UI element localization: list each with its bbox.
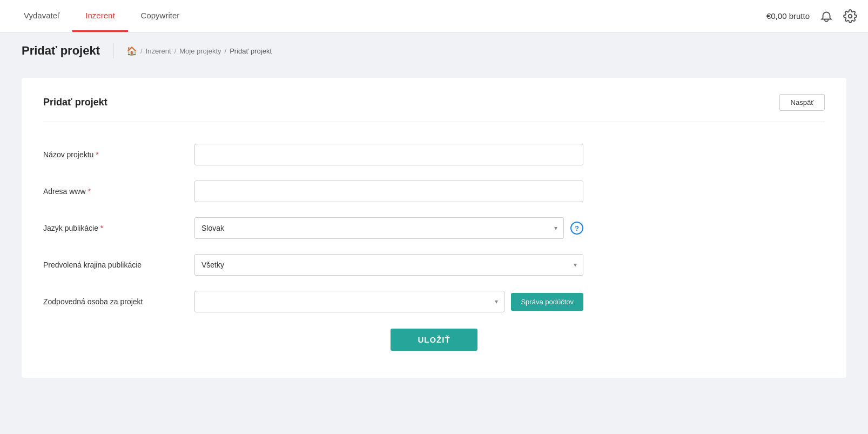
language-help-icon[interactable]: ? [570, 222, 583, 235]
input-wrap-responsible-person: ▾ Správa podúčtov [194, 291, 583, 312]
nav-tabs: Vydavateľ Inzerent Copywriter [11, 0, 766, 32]
form-card: Pridať projekt Naspäť Názov projektu * A… [22, 78, 846, 378]
settings-gear-icon[interactable] [843, 9, 857, 23]
main-content: Pridať projekt Naspäť Názov projektu * A… [0, 67, 868, 399]
field-language: Jazyk publikácie * Slovak Czech English … [43, 217, 825, 239]
back-button[interactable]: Naspäť [779, 94, 825, 111]
label-language: Jazyk publikácie * [43, 224, 194, 232]
breadcrumb-inzerent[interactable]: Inzerent [146, 47, 171, 55]
breadcrumb: 🏠 / Inzerent / Moje projekty / Pridať pr… [126, 46, 272, 56]
save-button[interactable]: ULOŽIŤ [391, 329, 477, 351]
breadcrumb-current: Pridať projekt [230, 47, 272, 55]
label-project-name: Názov projektu * [43, 150, 194, 159]
field-country: Predvolená krajina publikácie Všetky Slo… [43, 254, 825, 276]
svg-point-0 [849, 14, 852, 18]
field-website: Adresa www * [43, 181, 825, 202]
country-select[interactable]: Všetky Slovensko Česko [194, 254, 583, 276]
notification-bell-icon[interactable] [819, 9, 833, 23]
manage-subaccounts-button[interactable]: Správa podúčtov [511, 293, 583, 311]
label-country: Predvolená krajina publikácie [43, 261, 194, 269]
nav-tab-inzerent[interactable]: Inzerent [72, 0, 127, 32]
input-wrap-language: Slovak Czech English German ▾ ? [194, 217, 583, 239]
project-name-input[interactable] [194, 144, 583, 165]
website-input[interactable] [194, 181, 583, 202]
input-wrap-country: Všetky Slovensko Česko ▾ [194, 254, 583, 276]
input-wrap-project-name [194, 144, 583, 165]
field-responsible-person: Zodpovedná osoba za projekt ▾ Správa pod… [43, 291, 825, 312]
select-wrap-responsible-person: ▾ [194, 291, 504, 312]
page-title: Pridať projekt [22, 44, 100, 58]
label-website: Adresa www * [43, 187, 194, 196]
responsible-person-select[interactable] [194, 291, 504, 312]
card-title: Pridať projekt [43, 97, 107, 108]
language-select[interactable]: Slovak Czech English German [194, 217, 564, 239]
header-divider [113, 43, 113, 58]
page-header: Pridať projekt 🏠 / Inzerent / Moje proje… [0, 32, 868, 67]
nav-tab-copywriter[interactable]: Copywriter [128, 0, 193, 32]
balance-display: €0,00 brutto [766, 11, 810, 21]
top-nav: Vydavateľ Inzerent Copywriter €0,00 brut… [0, 0, 868, 32]
select-wrap-language: Slovak Czech English German ▾ [194, 217, 564, 239]
label-responsible-person: Zodpovedná osoba za projekt [43, 297, 194, 306]
nav-right: €0,00 brutto [766, 9, 857, 23]
input-wrap-website [194, 181, 583, 202]
form-footer: ULOŽIŤ [43, 329, 825, 351]
field-project-name: Názov projektu * [43, 144, 825, 165]
breadcrumb-moje-projekty[interactable]: Moje projekty [179, 47, 221, 55]
nav-tab-vydavatel[interactable]: Vydavateľ [11, 0, 72, 32]
select-wrap-country: Všetky Slovensko Česko ▾ [194, 254, 583, 276]
breadcrumb-home-icon[interactable]: 🏠 [126, 46, 137, 56]
form-body: Názov projektu * Adresa www * [43, 138, 825, 356]
card-header: Pridať projekt Naspäť [43, 94, 825, 122]
